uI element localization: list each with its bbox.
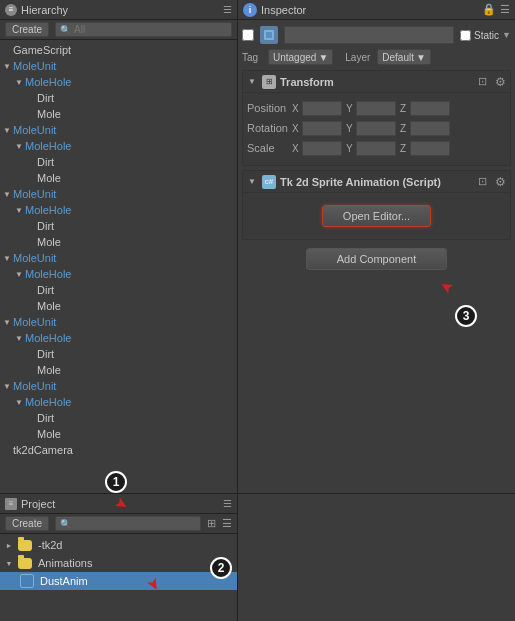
- add-component-button[interactable]: Add Component: [306, 248, 448, 270]
- triangle-icon: [14, 205, 24, 215]
- list-item[interactable]: Dirt: [0, 154, 237, 170]
- project-toolbar: Create 🔍 ⊞ ☰: [0, 514, 237, 534]
- static-dropdown-icon[interactable]: ▼: [502, 30, 511, 40]
- project-item[interactable]: -tk2d: [0, 536, 237, 554]
- triangle-icon: [2, 381, 12, 391]
- active-checkbox[interactable]: [242, 29, 254, 41]
- list-item[interactable]: Mole: [0, 298, 237, 314]
- sprite-anim-triangle-icon: [247, 177, 257, 187]
- project-list-icon[interactable]: ☰: [222, 517, 232, 530]
- lock-icon[interactable]: 🔒: [482, 3, 496, 16]
- list-item[interactable]: GameScript: [0, 42, 237, 58]
- hierarchy-search[interactable]: 🔍: [55, 22, 232, 37]
- inspector-title: Inspector: [261, 4, 478, 16]
- project-item-selected[interactable]: DustAnim: [0, 572, 237, 590]
- scale-z-input[interactable]: 1: [410, 141, 450, 156]
- scale-y-input[interactable]: 1: [356, 141, 396, 156]
- sprite-anim-script-icon[interactable]: ⊡: [478, 175, 487, 188]
- list-item[interactable]: MoleHole: [0, 394, 237, 410]
- search-input[interactable]: [74, 24, 227, 35]
- list-item[interactable]: MoleUnit: [0, 378, 237, 394]
- inspector-icon: i: [243, 3, 257, 17]
- hierarchy-create-button[interactable]: Create: [5, 22, 49, 37]
- project-icons-icon[interactable]: ⊞: [207, 517, 216, 530]
- project-search-input[interactable]: [74, 518, 196, 529]
- list-item[interactable]: tk2dCamera: [0, 442, 237, 458]
- list-item[interactable]: MoleHole: [0, 74, 237, 90]
- transform-component: ⊞ Transform ⊡ ⚙ Position X 0: [242, 70, 511, 166]
- list-item[interactable]: Dirt: [0, 218, 237, 234]
- transform-gear-icon[interactable]: ⚙: [495, 75, 506, 89]
- scale-z-label: Z: [400, 143, 408, 154]
- list-item[interactable]: Mole: [0, 106, 237, 122]
- step1-indicator: 1: [105, 471, 127, 493]
- project-icon: ≡: [5, 498, 17, 510]
- list-item[interactable]: MoleHole: [0, 202, 237, 218]
- inspector-content: DustAnim Static ▼ Tag Untagged ▼ Layer: [238, 20, 515, 493]
- project-item-label: DustAnim: [40, 575, 88, 587]
- inspector-header: i Inspector 🔒 ☰: [238, 0, 515, 20]
- hierarchy-icon: ≡: [5, 4, 17, 16]
- list-item[interactable]: MoleUnit: [0, 122, 237, 138]
- tag-dropdown[interactable]: Untagged ▼: [268, 49, 333, 65]
- selected-file-icon: [20, 574, 34, 588]
- scale-row: Scale X 1 Y 1: [247, 139, 506, 157]
- rot-z-label: Z: [400, 123, 408, 134]
- project-create-button[interactable]: Create: [5, 516, 49, 531]
- list-item[interactable]: Mole: [0, 170, 237, 186]
- bottom-panels: ≡ Project ☰ Create 🔍 ⊞ ☰: [0, 493, 515, 621]
- open-editor-button[interactable]: Open Editor...: [322, 205, 431, 227]
- list-item[interactable]: Dirt: [0, 410, 237, 426]
- rot-x-input[interactable]: 0: [302, 121, 342, 136]
- object-name-input[interactable]: DustAnim: [284, 26, 454, 44]
- project-triangle-icon: [4, 558, 14, 568]
- sprite-anim-title: Tk 2d Sprite Animation (Script): [280, 176, 474, 188]
- scale-x-label: X: [292, 143, 300, 154]
- rot-y-input[interactable]: 0: [356, 121, 396, 136]
- folder-icon: [18, 540, 32, 551]
- transform-layout-icon[interactable]: ⊡: [478, 75, 487, 88]
- triangle-icon: [2, 189, 12, 199]
- scale-label: Scale: [247, 142, 292, 154]
- transform-title: Transform: [280, 76, 474, 88]
- list-item[interactable]: MoleUnit: [0, 186, 237, 202]
- list-item[interactable]: MoleUnit: [0, 314, 237, 330]
- scale-x-input[interactable]: 1: [302, 141, 342, 156]
- list-item[interactable]: Mole: [0, 362, 237, 378]
- sprite-anim-header[interactable]: c# Tk 2d Sprite Animation (Script) ⊡ ⚙: [243, 171, 510, 193]
- list-item[interactable]: MoleUnit: [0, 58, 237, 74]
- project-item[interactable]: Animations: [0, 554, 237, 572]
- pos-y-input[interactable]: 0: [356, 101, 396, 116]
- triangle-icon: [2, 253, 12, 263]
- list-item[interactable]: MoleUnit: [0, 250, 237, 266]
- position-label: Position: [247, 102, 292, 114]
- tag-chevron-icon: ▼: [318, 52, 328, 63]
- list-item[interactable]: MoleHole: [0, 330, 237, 346]
- transform-header[interactable]: ⊞ Transform ⊡ ⚙: [243, 71, 510, 93]
- layer-chevron-icon: ▼: [416, 52, 426, 63]
- list-item[interactable]: Mole: [0, 426, 237, 442]
- project-triangle-icon: [4, 540, 14, 550]
- step2-indicator: 2: [210, 557, 232, 579]
- list-item[interactable]: Dirt: [0, 90, 237, 106]
- pos-z-input[interactable]: 0: [410, 101, 450, 116]
- list-item[interactable]: MoleHole: [0, 266, 237, 282]
- project-menu[interactable]: ☰: [223, 498, 232, 509]
- project-search-icon: 🔍: [60, 519, 71, 529]
- project-search[interactable]: 🔍: [55, 516, 201, 531]
- list-item[interactable]: Dirt: [0, 282, 237, 298]
- list-item[interactable]: MoleHole: [0, 138, 237, 154]
- pos-x-input[interactable]: 0: [302, 101, 342, 116]
- static-checkbox[interactable]: [460, 30, 471, 41]
- menu-icon[interactable]: ☰: [500, 3, 510, 16]
- step3-indicator: 3: [455, 305, 477, 327]
- rot-z-input[interactable]: 0: [410, 121, 450, 136]
- sprite-anim-gear-icon[interactable]: ⚙: [495, 175, 506, 189]
- sprite-anim-icon: c#: [262, 175, 276, 189]
- hierarchy-menu[interactable]: ☰: [223, 4, 232, 15]
- list-item[interactable]: Dirt: [0, 346, 237, 362]
- triangle-icon: [2, 125, 12, 135]
- hierarchy-header: ≡ Hierarchy ☰: [0, 0, 237, 20]
- layer-dropdown[interactable]: Default ▼: [377, 49, 431, 65]
- list-item[interactable]: Mole: [0, 234, 237, 250]
